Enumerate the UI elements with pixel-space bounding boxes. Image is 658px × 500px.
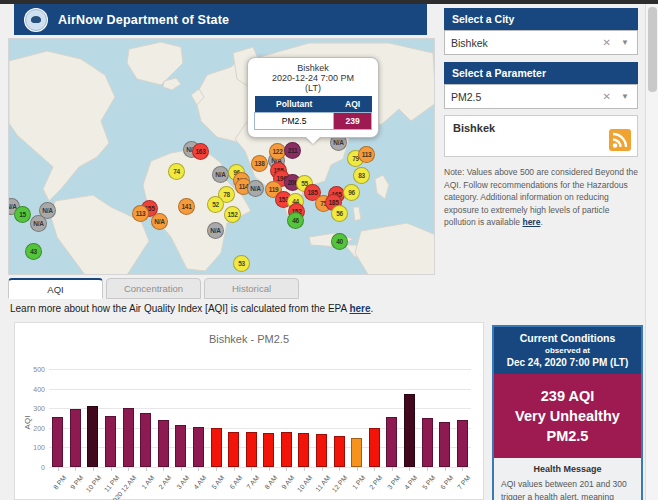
y-axis-tick: 200 [17, 424, 45, 431]
tab-aqi[interactable]: AQI [8, 278, 103, 299]
note-here-link[interactable]: here [522, 217, 540, 227]
clear-icon[interactable]: ✕ [603, 91, 611, 102]
chart-bar [70, 409, 81, 467]
popup-pollutant-value: PM2.5 [255, 113, 334, 130]
select-city-panel: Select a City Bishkek ✕ ▼ [444, 8, 638, 55]
aqi-marker[interactable]: N/A [151, 213, 168, 230]
y-axis-tick: 0 [17, 464, 45, 471]
tab-concentration[interactable]: Concentration [106, 278, 201, 299]
observed-time: Dec 24, 2020 7:00 PM (LT) [496, 357, 639, 368]
x-axis-tick [198, 467, 199, 471]
popup-timezone: (LT) [254, 83, 372, 93]
chart-bar [457, 420, 468, 467]
x-axis-tick [181, 467, 182, 471]
observed-at-label: observed at [496, 346, 639, 355]
aqi-marker[interactable]: 46 [287, 212, 304, 229]
aqi-marker[interactable]: 56 [331, 205, 348, 222]
chart-bar [193, 427, 204, 467]
chart-bar [351, 438, 362, 467]
chart-bar [123, 408, 134, 467]
x-axis-label: 11 AM [313, 474, 330, 493]
tab-historical[interactable]: Historical [204, 278, 299, 299]
x-axis-label: 10 PM [84, 474, 102, 494]
aqi-bar-chart: Bishkek - PM2.5 AQI 01002003004005008 PM… [14, 322, 484, 500]
aqi-marker[interactable]: 52 [207, 196, 224, 213]
x-axis-tick [269, 467, 270, 471]
chart-plot-area: 01002003004005008 PM9 PM10 PM11 PM12/24/… [15, 323, 485, 500]
aqi-marker[interactable]: N/A [247, 180, 264, 197]
aqi-marker[interactable]: 53 [233, 255, 250, 272]
aqi-marker[interactable]: 152 [224, 206, 241, 223]
chart-bar [298, 433, 309, 467]
chart-bar [211, 428, 222, 467]
page: AirNow Department of State [0, 0, 658, 500]
x-axis-tick [75, 467, 76, 471]
aqi-value-line: 239 AQI [496, 386, 639, 406]
x-axis-tick [216, 467, 217, 471]
current-conditions-panel: Current Conditions observed at Dec 24, 2… [492, 325, 643, 500]
x-axis-tick [374, 467, 375, 471]
y-axis-tick: 100 [17, 444, 45, 451]
x-axis-label: 4 AM [192, 474, 207, 490]
x-axis-label: 7 PM [456, 474, 472, 491]
city-select-value: Bishkek [451, 37, 488, 49]
city-select[interactable]: Bishkek ✕ ▼ [444, 30, 638, 55]
chevron-down-icon[interactable]: ▼ [621, 38, 629, 47]
chart-bar [316, 434, 327, 467]
aqi-pollutant: PM2.5 [496, 426, 639, 446]
aqi-marker[interactable]: 138 [251, 155, 268, 172]
chart-bar [439, 422, 450, 467]
epa-here-link[interactable]: here [349, 303, 370, 314]
x-axis-tick [445, 467, 446, 471]
chart-bar [87, 406, 98, 467]
chevron-down-icon[interactable]: ▼ [621, 92, 629, 101]
aqi-marker[interactable]: 83 [353, 167, 370, 184]
aqi-marker[interactable]: 40 [331, 233, 348, 250]
scrollbar-track[interactable] [645, 4, 658, 500]
parameter-select[interactable]: PM2.5 ✕ ▼ [444, 84, 638, 109]
x-axis-tick [111, 467, 112, 471]
chart-bar [422, 418, 433, 467]
chart-bar [281, 432, 292, 467]
x-axis-tick [392, 467, 393, 471]
aqi-marker[interactable]: N/A [212, 166, 229, 183]
x-axis-tick [128, 467, 129, 471]
x-axis-tick [304, 467, 305, 471]
chart-tabs: AQI Concentration Historical [8, 278, 302, 299]
aqi-marker[interactable]: 141 [178, 198, 195, 215]
aqi-marker[interactable]: 211 [284, 142, 301, 159]
aqi-marker[interactable]: 74 [168, 163, 185, 180]
clear-icon[interactable]: ✕ [603, 37, 611, 48]
map-popup: Bishkek 2020-12-24 7:00 PM (LT) Pollutan… [247, 57, 379, 138]
popup-col-aqi: AQI [334, 96, 372, 113]
aqi-marker[interactable]: 163 [192, 143, 209, 160]
chart-bar [386, 417, 397, 467]
chart-bar [228, 432, 239, 467]
aqi-marker[interactable]: 15 [14, 206, 31, 223]
gridline [49, 389, 471, 390]
x-axis-label: 6 PM [438, 474, 454, 491]
world-aqi-map[interactable]: N/A15N/AN/A4374N/A163N/A96129114N/A78521… [8, 38, 435, 275]
aqi-marker[interactable]: 113 [132, 205, 149, 222]
x-axis-label: 8 PM [52, 474, 68, 491]
aqi-marker[interactable]: N/A [30, 215, 47, 232]
rss-icon[interactable] [609, 129, 631, 151]
x-axis-label: 2 PM [368, 474, 384, 491]
aqi-category: Very Unhealthy [496, 406, 639, 426]
x-axis-label: 9 PM [69, 474, 85, 491]
scrollbar-thumb[interactable] [648, 7, 657, 92]
aqi-marker[interactable]: 43 [25, 243, 42, 260]
x-axis-tick [409, 467, 410, 471]
aqi-marker[interactable]: N/A [207, 222, 224, 239]
x-axis-tick [286, 467, 287, 471]
x-axis-tick [339, 467, 340, 471]
app-header: AirNow Department of State [14, 4, 427, 35]
current-conditions-header: Current Conditions observed at Dec 24, 2… [494, 327, 641, 374]
chart-bar [175, 425, 186, 467]
chart-bar [334, 436, 345, 467]
state-department-seal-icon [24, 8, 48, 32]
aqi-marker[interactable]: 96 [343, 184, 360, 201]
x-axis-label: 1 PM [350, 474, 366, 491]
aqi-marker[interactable]: 113 [358, 146, 375, 163]
x-axis-label: 8 AM [263, 474, 278, 490]
